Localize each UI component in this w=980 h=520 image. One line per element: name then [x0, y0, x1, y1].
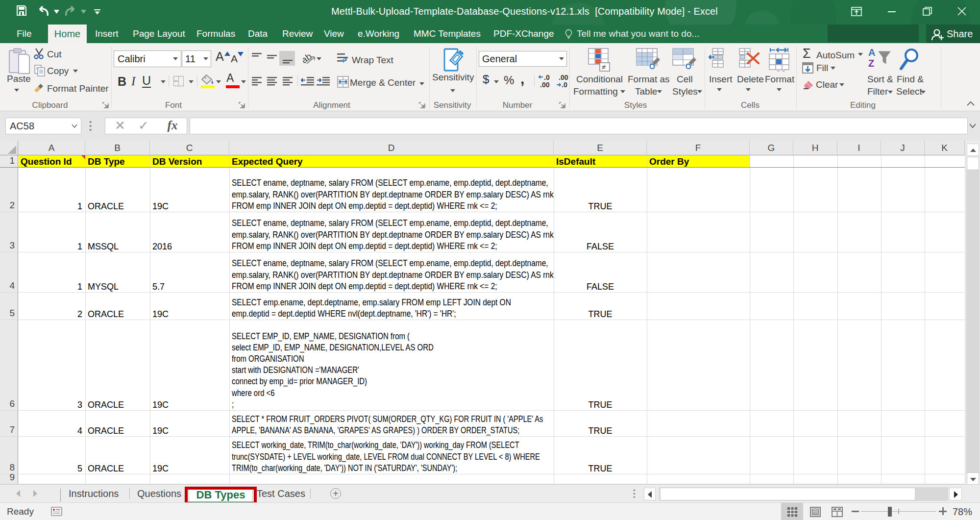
svg-text:.0: .0 — [562, 81, 567, 88]
svg-text:.00: .00 — [559, 74, 568, 81]
svg-text:.00: .00 — [540, 81, 550, 88]
svg-text:≠: ≠ — [602, 63, 606, 71]
svg-text:.0: .0 — [544, 74, 550, 81]
